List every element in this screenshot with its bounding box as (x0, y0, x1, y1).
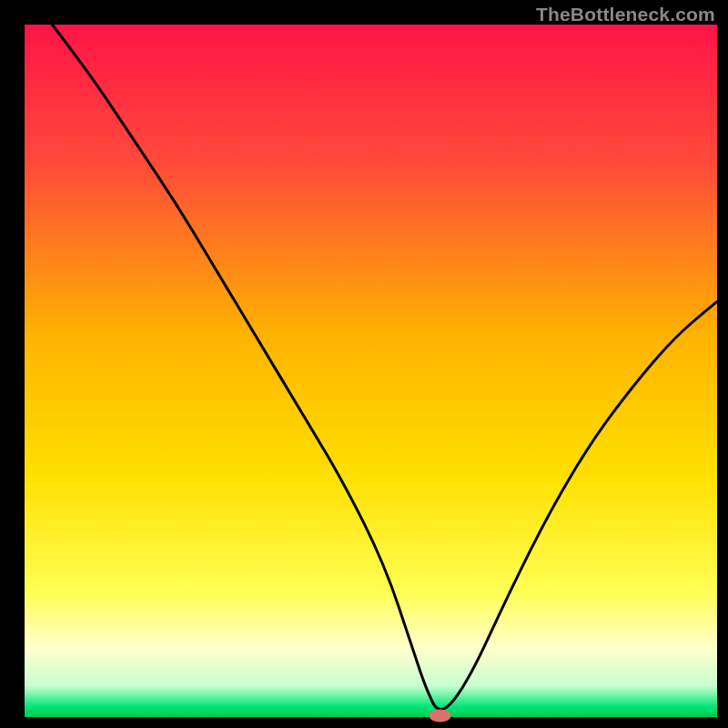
chart-stage: TheBottleneck.com (0, 0, 728, 728)
optimal-marker (430, 709, 451, 722)
bottleneck-chart (0, 0, 728, 728)
plot-background (25, 25, 717, 717)
watermark-text: TheBottleneck.com (536, 4, 715, 25)
